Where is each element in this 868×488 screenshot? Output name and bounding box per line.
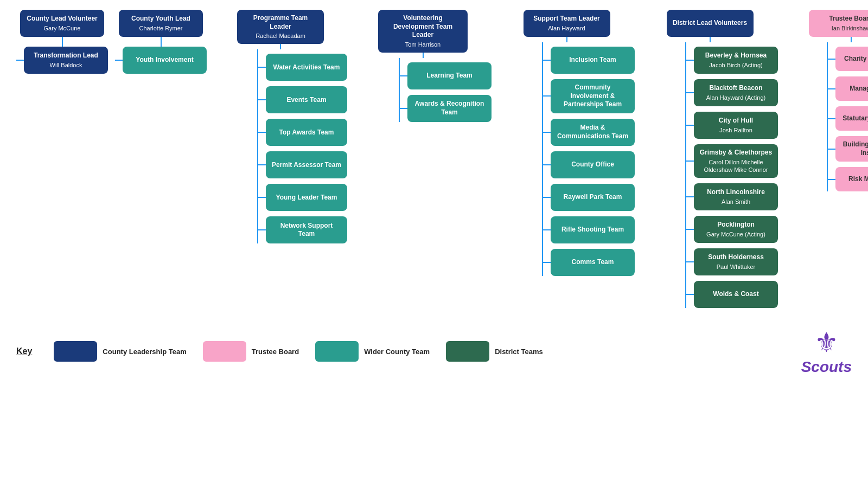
org-node[interactable]: Inclusion Team <box>551 47 635 74</box>
org-node[interactable]: Programme Team LeaderRachael Macadam <box>237 10 324 44</box>
org-node[interactable]: Risk Management <box>835 167 868 191</box>
support-team-row: County Office <box>543 151 635 178</box>
org-node[interactable]: Learning Team <box>407 62 492 89</box>
node-title: Comms Team <box>572 258 614 267</box>
trustee-team-row: Statutary Compliance <box>828 106 868 131</box>
org-node[interactable]: City of HullJosh Railton <box>694 112 778 139</box>
org-node[interactable]: Rifle Shooting Team <box>551 216 635 243</box>
org-node[interactable]: County Youth LeadCharlotte Rymer <box>119 10 203 37</box>
node-title: City of Hull <box>719 117 753 125</box>
org-node[interactable]: Blacktoft BeaconAlan Hayward (Acting) <box>694 79 778 106</box>
node-title: Awards & Recognition Team <box>413 100 486 117</box>
scouts-logo: ⚜ Scouts <box>801 327 852 376</box>
horizontal-connector <box>828 149 835 150</box>
node-subtitle: Alan Hayward (Acting) <box>706 94 765 101</box>
horizontal-connector <box>400 75 407 76</box>
support-team-row: Comms Team <box>543 249 635 276</box>
org-node[interactable]: Buildings, Property & Insurance <box>835 136 868 162</box>
district-team-row: Grimsby & CleethorpesCarol Dillon Michel… <box>686 144 778 178</box>
key-item-county: County Leadership Team <box>54 341 186 362</box>
node-subtitle: Rachael Macadam <box>256 32 305 40</box>
programme-children: Water Activities TeamEvents TeamTop Awar… <box>257 49 347 243</box>
org-node[interactable]: Young Leader Team <box>266 184 347 211</box>
transformation-row: Transformation LeadWill Baldock <box>16 47 108 74</box>
node-subtitle: Charlotte Rymer <box>139 24 182 32</box>
org-node[interactable]: South HoldernessPaul Whittaker <box>694 248 778 275</box>
horizontal-connector <box>686 160 694 162</box>
horizontal-connector <box>686 60 694 61</box>
org-node[interactable]: Wolds & Coast <box>694 281 778 308</box>
support-team-row: Rifle Shooting Team <box>543 216 635 243</box>
vertical-connector <box>710 37 711 42</box>
key-label-district: District Teams <box>495 348 543 356</box>
horizontal-connector <box>543 60 551 61</box>
org-node[interactable]: Volunteering Development Team LeaderTom … <box>378 10 468 53</box>
trustee-children: Charity ManagementManaging MoneyStatutar… <box>827 42 868 191</box>
trustee-team-row: Managing Money <box>828 76 868 101</box>
org-node[interactable]: Beverley & HornseaJacob Birch (Acting) <box>694 47 778 74</box>
district-team-row: North LincolnshireAlan Smith <box>686 183 778 210</box>
horizontal-connector <box>686 229 694 230</box>
org-node[interactable]: Transformation LeadWill Baldock <box>24 47 108 74</box>
horizontal-connector <box>258 132 266 133</box>
programme-team-row: Young Leader Team <box>258 184 347 211</box>
org-node[interactable]: Grimsby & CleethorpesCarol Dillon Michel… <box>694 144 778 178</box>
key-label-trustee: Trustee Board <box>252 348 299 356</box>
support-team-row: Inclusion Team <box>543 47 635 74</box>
node-subtitle: Gary McCune <box>44 24 81 32</box>
org-node[interactable]: District Lead Volunteers <box>667 10 754 37</box>
org-node[interactable]: North LincolnshireAlan Smith <box>694 183 778 210</box>
org-node[interactable]: Managing Money <box>835 76 868 101</box>
org-node[interactable]: Statutary Compliance <box>835 106 868 131</box>
org-node[interactable]: Charity Management <box>835 47 868 71</box>
org-node[interactable]: Top Awards Team <box>266 119 347 146</box>
node-title: Inclusion Team <box>569 56 616 65</box>
horizontal-connector <box>258 164 266 165</box>
org-node[interactable]: Media & Communications Team <box>551 119 635 146</box>
node-title: District Lead Volunteers <box>673 19 747 28</box>
org-node[interactable]: Permit Assessor Team <box>266 151 347 178</box>
node-title: Network Support Team <box>271 222 342 239</box>
node-title: County Office <box>571 160 614 169</box>
org-node[interactable]: Raywell Park Team <box>551 184 635 211</box>
district-team-row: Wolds & Coast <box>686 281 778 308</box>
support-team-row: Media & Communications Team <box>543 119 635 146</box>
org-node[interactable]: PocklingtonGary McCune (Acting) <box>694 216 778 243</box>
org-node[interactable]: Youth Involvement <box>123 47 207 74</box>
horizontal-connector <box>686 261 694 262</box>
vertical-connector <box>423 53 424 58</box>
node-title: Media & Communications Team <box>556 124 629 140</box>
vertical-connector <box>566 37 567 42</box>
org-node[interactable]: Comms Team <box>551 249 635 276</box>
horizontal-connector <box>543 132 551 133</box>
node-title: Volunteering Development Team Leader <box>384 14 462 40</box>
org-node[interactable]: Network Support Team <box>266 216 347 243</box>
org-node[interactable]: Support Team LeaderAlan Hayward <box>524 10 610 37</box>
programme-team-row: Network Support Team <box>258 216 347 243</box>
org-node[interactable]: County Office <box>551 151 635 178</box>
volunteering-team-row: Learning Team <box>400 62 492 89</box>
node-subtitle: Tom Harrison <box>405 41 441 48</box>
vertical-connector <box>280 44 281 49</box>
org-node[interactable]: County Lead VolunteerGary McCune <box>20 10 104 37</box>
horizontal-connector <box>543 262 551 263</box>
org-node[interactable]: Community Involvement & Partnerships Tea… <box>551 79 635 113</box>
col-county-lead: County Lead VolunteerGary McCuneTransfor… <box>16 10 108 74</box>
col-volunteering-lead: Volunteering Development Team LeaderTom … <box>354 10 492 122</box>
org-node[interactable]: Awards & Recognition Team <box>407 95 492 122</box>
key-box-darkgreen <box>446 341 489 362</box>
node-title: Beverley & Hornsea <box>705 52 767 60</box>
key-item-wider: Wider County Team <box>315 341 430 362</box>
support-team-row: Raywell Park Team <box>543 184 635 211</box>
node-title: Trustee Board <box>829 15 868 23</box>
org-node[interactable]: Water Activities Team <box>266 54 347 81</box>
horizontal-connector <box>543 164 551 165</box>
node-title: Young Leader Team <box>276 194 337 202</box>
key-title: Key <box>16 346 32 356</box>
volunteering-team-row: Awards & Recognition Team <box>400 95 492 122</box>
org-node[interactable]: Trustee BoardIan Birkinshaw <box>809 10 868 37</box>
node-title: Support Team Leader <box>533 15 599 23</box>
org-node[interactable]: Events Team <box>266 86 347 113</box>
youth-involvement-row: Youth Involvement <box>115 47 207 74</box>
org-chart-page: County Lead VolunteerGary McCuneTransfor… <box>0 0 868 387</box>
